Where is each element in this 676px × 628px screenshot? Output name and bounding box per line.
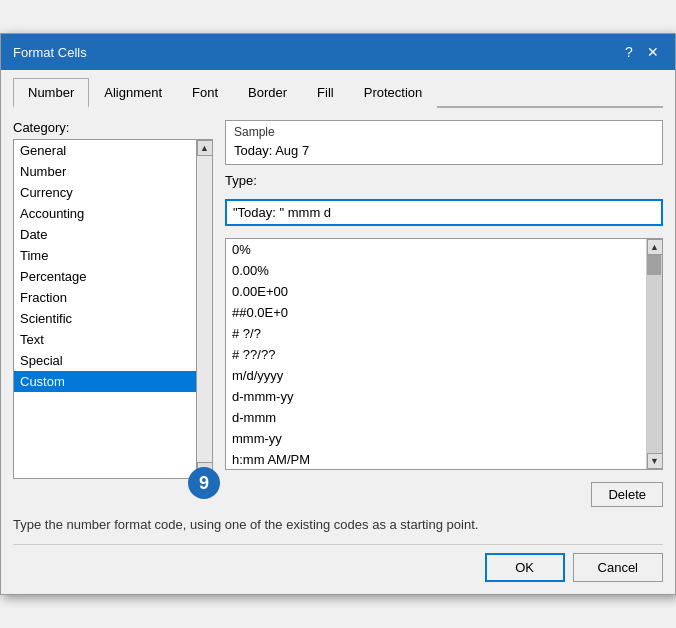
sample-box: Sample Today: Aug 7 bbox=[225, 120, 663, 165]
ok-button[interactable]: OK bbox=[485, 553, 565, 582]
category-list-container: General Number Currency Accounting Date … bbox=[13, 139, 213, 479]
category-item[interactable]: Date bbox=[14, 224, 212, 245]
category-item[interactable]: Fraction bbox=[14, 287, 212, 308]
type-scroll-down[interactable]: ▼ bbox=[647, 453, 663, 469]
category-item[interactable]: Percentage bbox=[14, 266, 212, 287]
help-button[interactable]: ? bbox=[619, 42, 639, 62]
type-item[interactable]: mmm-yy bbox=[226, 428, 662, 449]
title-bar: Format Cells ? ✕ bbox=[1, 34, 675, 70]
close-button[interactable]: ✕ bbox=[643, 42, 663, 62]
cancel-button[interactable]: Cancel bbox=[573, 553, 663, 582]
tab-number[interactable]: Number bbox=[13, 78, 89, 108]
step-badge: 9 bbox=[188, 467, 220, 499]
type-item[interactable]: h:mm AM/PM bbox=[226, 449, 662, 469]
category-scrollbar: ▲ ▼ bbox=[196, 140, 212, 478]
type-scroll-up[interactable]: ▲ bbox=[647, 239, 663, 255]
type-scrollbar: ▲ ▼ bbox=[646, 239, 662, 469]
category-item[interactable]: Time bbox=[14, 245, 212, 266]
category-item[interactable]: Special bbox=[14, 350, 212, 371]
category-item[interactable]: Scientific bbox=[14, 308, 212, 329]
type-item[interactable]: ##0.0E+0 bbox=[226, 302, 662, 323]
type-item[interactable]: # ?/? bbox=[226, 323, 662, 344]
type-label: Type: bbox=[225, 173, 663, 188]
category-label: Category: bbox=[13, 120, 213, 135]
type-item[interactable]: 0% bbox=[226, 239, 662, 260]
hint-text: Type the number format code, using one o… bbox=[13, 517, 663, 532]
type-item[interactable]: 0.00E+00 bbox=[226, 281, 662, 302]
right-panel: Sample Today: Aug 7 Type: 0% 0.00% 0.00E… bbox=[225, 120, 663, 507]
category-panel: Category: General Number Currency Accoun… bbox=[13, 120, 213, 507]
type-item[interactable]: 0.00% bbox=[226, 260, 662, 281]
tab-protection[interactable]: Protection bbox=[349, 78, 438, 108]
sample-label: Sample bbox=[234, 125, 654, 139]
dialog-title: Format Cells bbox=[13, 45, 87, 60]
type-list[interactable]: 0% 0.00% 0.00E+00 ##0.0E+0 # ?/? # ??/??… bbox=[226, 239, 662, 469]
scroll-up-arrow[interactable]: ▲ bbox=[197, 140, 213, 156]
type-input[interactable] bbox=[225, 199, 663, 226]
type-item[interactable]: d-mmm bbox=[226, 407, 662, 428]
category-item[interactable]: Currency bbox=[14, 182, 212, 203]
tab-alignment[interactable]: Alignment bbox=[89, 78, 177, 108]
sample-value: Today: Aug 7 bbox=[234, 141, 654, 160]
type-item[interactable]: # ??/?? bbox=[226, 344, 662, 365]
type-scroll-thumb bbox=[647, 255, 661, 275]
category-item-custom[interactable]: Custom bbox=[14, 371, 212, 392]
title-bar-controls: ? ✕ bbox=[619, 42, 663, 62]
category-list[interactable]: General Number Currency Accounting Date … bbox=[14, 140, 212, 478]
category-item[interactable]: General bbox=[14, 140, 212, 161]
type-list-container: 0% 0.00% 0.00E+00 ##0.0E+0 # ?/? # ??/??… bbox=[225, 238, 663, 470]
tab-border[interactable]: Border bbox=[233, 78, 302, 108]
delete-row: Delete bbox=[225, 482, 663, 507]
footer-buttons: OK Cancel bbox=[13, 544, 663, 582]
dialog-body: Number Alignment Font Border Fill Protec… bbox=[1, 70, 675, 594]
type-item[interactable]: m/d/yyyy bbox=[226, 365, 662, 386]
type-scroll-track bbox=[647, 255, 662, 453]
category-item[interactable]: Number bbox=[14, 161, 212, 182]
main-content: Category: General Number Currency Accoun… bbox=[13, 120, 663, 507]
category-item[interactable]: Text bbox=[14, 329, 212, 350]
scroll-track bbox=[197, 156, 212, 462]
tab-fill[interactable]: Fill bbox=[302, 78, 349, 108]
tab-font[interactable]: Font bbox=[177, 78, 233, 108]
format-cells-dialog: Format Cells ? ✕ Number Alignment Font B… bbox=[0, 33, 676, 595]
tab-bar: Number Alignment Font Border Fill Protec… bbox=[13, 78, 663, 108]
type-item[interactable]: d-mmm-yy bbox=[226, 386, 662, 407]
delete-button[interactable]: Delete bbox=[591, 482, 663, 507]
category-item[interactable]: Accounting bbox=[14, 203, 212, 224]
